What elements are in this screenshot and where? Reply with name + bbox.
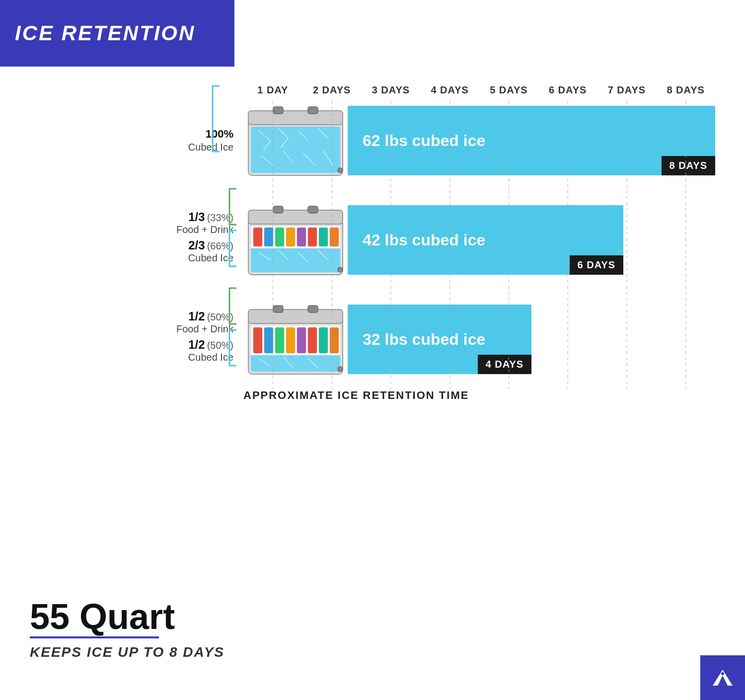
bottom-info: 55 Quart KEEPS ICE UP TO 8 DAYS bbox=[30, 599, 224, 660]
svg-rect-47 bbox=[330, 327, 339, 353]
cooler-labels-1: 100% Cubed Ice bbox=[30, 128, 243, 154]
svg-rect-22 bbox=[264, 228, 273, 246]
ice-bar-2: 42 lbs cubed ice 6 DAYS bbox=[348, 205, 623, 275]
svg-rect-26 bbox=[308, 228, 317, 246]
ice-bar-1: 62 lbs cubed ice 8 DAYS bbox=[348, 106, 715, 175]
svg-rect-23 bbox=[275, 228, 284, 246]
svg-rect-46 bbox=[319, 327, 328, 353]
day-label: 7 DAYS bbox=[597, 84, 657, 96]
bracket-3-top bbox=[226, 286, 238, 326]
svg-rect-36 bbox=[248, 310, 343, 323]
day-labels-row: 1 DAY2 DAYS3 DAYS4 DAYS5 DAYS6 DAYS7 DAY… bbox=[243, 84, 715, 96]
label-fraction-top-2: 1/3 bbox=[188, 210, 205, 224]
svg-rect-19 bbox=[308, 206, 318, 213]
day-label: 1 DAY bbox=[243, 84, 302, 96]
label-fraction-bot-2: 2/3 bbox=[188, 238, 205, 252]
page-title: ICE RETENTION bbox=[15, 21, 195, 45]
svg-rect-27 bbox=[319, 228, 328, 246]
svg-rect-18 bbox=[273, 206, 283, 213]
cooler-labels-3: 1/2 (50%) Food + Drink 1/2 (50%) Cubed I… bbox=[30, 310, 243, 370]
svg-rect-3 bbox=[308, 107, 318, 114]
day-label: 3 DAYS bbox=[362, 84, 421, 96]
svg-rect-42 bbox=[275, 327, 284, 353]
svg-rect-41 bbox=[264, 327, 273, 353]
bar-label-1: 62 lbs cubed ice bbox=[363, 132, 485, 150]
bar-wrapper-1: 62 lbs cubed ice 8 DAYS bbox=[348, 101, 715, 180]
svg-rect-38 bbox=[308, 306, 318, 312]
svg-rect-24 bbox=[286, 228, 295, 246]
quart-underline bbox=[30, 636, 159, 638]
day-badge-3: 4 DAYS bbox=[478, 355, 531, 374]
bar-label-2: 42 lbs cubed ice bbox=[363, 231, 485, 249]
bar-label-3: 32 lbs cubed ice bbox=[363, 330, 485, 349]
cooler-row-1: 100% Cubed Ice bbox=[30, 101, 715, 180]
svg-rect-44 bbox=[297, 327, 306, 353]
svg-rect-48 bbox=[251, 355, 340, 372]
cooler-row-3: 1/2 (50%) Food + Drink 1/2 (50%) Cubed I… bbox=[30, 300, 715, 379]
svg-rect-2 bbox=[273, 107, 283, 114]
label-fraction-top-3: 1/2 bbox=[188, 310, 205, 323]
bracket-3-bot bbox=[226, 328, 238, 368]
day-badge-1: 8 DAYS bbox=[662, 156, 715, 175]
chart-rows-wrapper: 100% Cubed Ice bbox=[30, 101, 715, 402]
brand-logo bbox=[700, 655, 745, 700]
bar-wrapper-2: 42 lbs cubed ice 6 DAYS bbox=[348, 200, 715, 280]
day-label: 2 DAYS bbox=[302, 84, 362, 96]
brand-icon bbox=[711, 666, 735, 690]
svg-rect-37 bbox=[273, 306, 283, 312]
cooler-image-2 bbox=[243, 200, 348, 280]
cooler-svg-3 bbox=[243, 300, 348, 379]
svg-point-15 bbox=[338, 168, 343, 173]
chart-container: 1 DAY2 DAYS3 DAYS4 DAYS5 DAYS6 DAYS7 DAY… bbox=[30, 84, 715, 402]
cooler-row-2: 1/3 (33%) Food + Drink 2/3 (66%) Cubed I… bbox=[30, 200, 715, 280]
bracket-1 bbox=[210, 84, 222, 154]
bar-wrapper-3: 32 lbs cubed ice 4 DAYS bbox=[348, 300, 715, 379]
day-badge-2: 6 DAYS bbox=[570, 255, 623, 275]
bracket-2-top bbox=[226, 187, 238, 227]
ice-bar-3: 32 lbs cubed ice 4 DAYS bbox=[348, 305, 531, 374]
svg-point-34 bbox=[338, 267, 343, 272]
svg-rect-25 bbox=[297, 228, 306, 246]
header-banner: ICE RETENTION bbox=[0, 0, 234, 67]
cooler-image-3 bbox=[243, 300, 348, 379]
svg-rect-45 bbox=[308, 327, 317, 353]
cooler-svg-2 bbox=[243, 200, 348, 280]
svg-rect-21 bbox=[253, 228, 262, 246]
label-sub-top-2: Food + Drink bbox=[176, 224, 233, 235]
day-label: 8 DAYS bbox=[656, 84, 715, 96]
day-label: 5 DAYS bbox=[479, 84, 538, 96]
day-label: 4 DAYS bbox=[420, 84, 479, 96]
label-sub-top-3: Food + Drink bbox=[176, 323, 233, 335]
svg-rect-1 bbox=[248, 111, 343, 125]
svg-rect-29 bbox=[251, 248, 340, 272]
svg-rect-17 bbox=[248, 210, 343, 224]
cooler-labels-2: 1/3 (33%) Food + Drink 2/3 (66%) Cubed I… bbox=[30, 210, 243, 270]
day-label: 6 DAYS bbox=[538, 84, 597, 96]
cooler-svg-1 bbox=[243, 101, 348, 180]
svg-rect-43 bbox=[286, 327, 295, 353]
bracket-2-bot bbox=[226, 229, 238, 268]
svg-point-63 bbox=[721, 672, 724, 675]
quart-title: 55 Quart bbox=[30, 599, 224, 634]
approx-label: APPROXIMATE ICE RETENTION TIME bbox=[243, 389, 715, 402]
keeps-ice-label: KEEPS ICE UP TO 8 DAYS bbox=[30, 644, 224, 660]
svg-point-52 bbox=[338, 367, 343, 372]
label-fraction-bot-3: 1/2 bbox=[188, 338, 205, 352]
cooler-image-1 bbox=[243, 101, 348, 180]
svg-rect-40 bbox=[253, 327, 262, 353]
svg-rect-28 bbox=[330, 228, 339, 246]
